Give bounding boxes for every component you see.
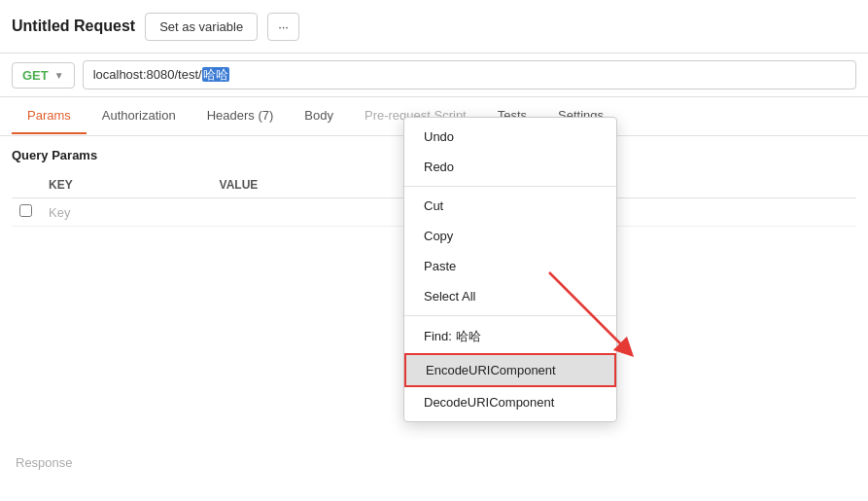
chevron-down-icon: ▼ (54, 70, 64, 81)
context-menu-undo[interactable]: Undo (404, 122, 616, 152)
context-menu-divider-2 (404, 315, 616, 316)
tab-headers[interactable]: Headers (7) (191, 98, 290, 134)
set-as-variable-button[interactable]: Set as variable (145, 13, 258, 41)
url-input[interactable]: localhost:8080/test/哈哈 (83, 60, 856, 89)
url-bar: GET ▼ localhost:8080/test/哈哈 (0, 54, 868, 97)
response-section: Response (0, 444, 88, 482)
row-checkbox-input[interactable] (19, 204, 32, 217)
more-options-button[interactable]: ··· (267, 13, 299, 41)
top-bar: Untitled Request Set as variable ··· (0, 0, 868, 54)
context-menu-redo[interactable]: Redo (404, 152, 616, 182)
context-menu-copy[interactable]: Copy (404, 221, 616, 251)
context-menu: Undo Redo Cut Copy Paste Select All Find… (403, 117, 617, 422)
context-menu-encode-uri[interactable]: EncodeURIComponent (404, 353, 616, 387)
url-highlighted-text: 哈哈 (202, 67, 229, 82)
context-menu-cut[interactable]: Cut (404, 191, 616, 221)
row-checkbox[interactable] (12, 198, 41, 227)
response-label: Response (16, 455, 73, 470)
tab-params[interactable]: Params (12, 98, 87, 134)
tab-authorization[interactable]: Authorization (87, 98, 191, 134)
method-label: GET (22, 68, 49, 83)
checkbox-col-header (12, 172, 41, 198)
context-menu-decode-uri[interactable]: DecodeURIComponent (404, 387, 616, 417)
key-col-header: KEY (41, 172, 212, 198)
context-menu-find[interactable]: Find: 哈哈 (404, 320, 616, 353)
context-menu-divider-1 (404, 186, 616, 187)
context-menu-paste[interactable]: Paste (404, 251, 616, 281)
url-prefix: localhost:8080/test/ (93, 67, 202, 82)
context-menu-select-all[interactable]: Select All (404, 281, 616, 311)
request-title: Untitled Request (12, 18, 135, 35)
key-cell[interactable]: Key (41, 198, 212, 227)
tab-body[interactable]: Body (289, 98, 349, 134)
method-select[interactable]: GET ▼ (12, 62, 75, 89)
